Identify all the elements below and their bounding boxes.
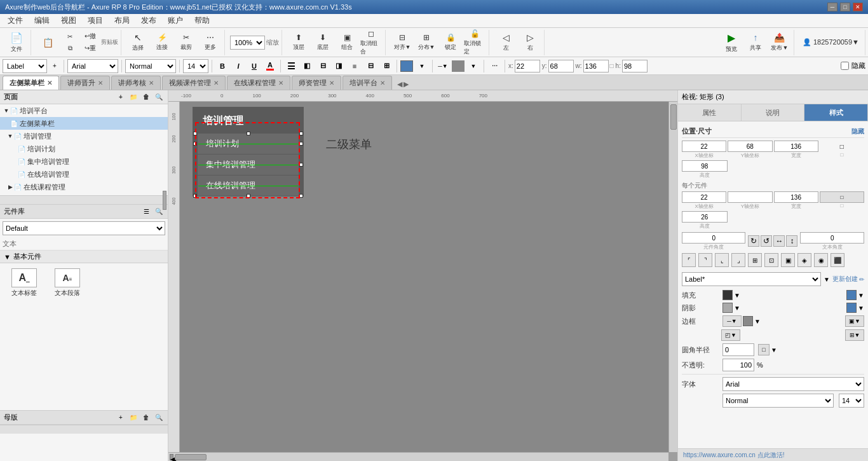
masters-search-icon[interactable]: 🔍 [154, 413, 164, 423]
per-h-input[interactable] [682, 211, 728, 223]
nav-item-training-plan[interactable]: 培训计划 [198, 134, 299, 154]
handle-tm-1[interactable] [247, 132, 250, 135]
tab-left-menu[interactable]: 左侧菜单栏 ✕ [3, 76, 59, 90]
w-value-input[interactable] [774, 141, 818, 152]
menu-layout[interactable]: 布局 [109, 14, 135, 27]
corner-radius-input[interactable] [722, 343, 754, 356]
tree-item-training-plan[interactable]: 📄 培训计划 [0, 142, 168, 155]
menu-project[interactable]: 项目 [83, 14, 108, 27]
bold-button[interactable]: B [215, 59, 229, 73]
move-left-button[interactable]: ◁ 左 [494, 31, 517, 54]
distribute-button[interactable]: ⊞ 分布▼ [415, 31, 438, 54]
flip-h-icon[interactable]: ↔ [773, 235, 785, 247]
group-button[interactable]: ▣ 组合 [336, 31, 358, 54]
h-value-input[interactable] [682, 160, 728, 172]
tab-training-platform[interactable]: 培训平台 ✕ [342, 76, 392, 90]
align-center-button[interactable]: ⊟ [316, 59, 330, 73]
preview-button[interactable]: ▶ 预览 [720, 31, 743, 54]
minimize-button[interactable]: ─ [827, 3, 837, 11]
maximize-button[interactable]: □ [840, 3, 850, 11]
align-ml-icon[interactable]: ⌟ [731, 253, 745, 267]
list-unordered-button[interactable]: ☰ [284, 59, 298, 73]
align-mr-icon[interactable]: ⊡ [764, 253, 778, 267]
border-corner-dropdown[interactable]: ◰▼ [721, 329, 740, 341]
handle-br-3[interactable] [299, 194, 303, 198]
share-button[interactable]: ↑ 共享 [744, 31, 767, 54]
angle-ccw-icon[interactable]: ↺ [761, 235, 772, 247]
account-button[interactable]: 👤 1825720059▼ [799, 31, 862, 54]
align-bl-icon[interactable]: ▣ [781, 253, 795, 267]
canvas-vscrollbar[interactable] [668, 102, 677, 452]
border-color-swatch[interactable] [743, 316, 753, 326]
border-more-button[interactable]: ▼ [466, 59, 480, 73]
tab-teacher-review[interactable]: 讲师考核 ✕ [111, 76, 161, 90]
tab-video-mgmt[interactable]: 视频课件管理 ✕ [162, 76, 226, 90]
align-tr-icon[interactable]: ⌞ [715, 253, 729, 267]
tree-item-training-mgmt[interactable]: ▼ 📄 培训管理 [0, 130, 168, 142]
page-nav-arrow-right[interactable]: ▶ [403, 80, 409, 88]
right-tab-properties[interactable]: 属性 [678, 104, 742, 121]
tree-item-centralized-training[interactable]: 📄 集中培训管理 [0, 155, 168, 168]
fill-gradient-swatch[interactable] [846, 290, 857, 300]
scroll-left-arrow[interactable]: ◀ [170, 454, 173, 460]
lock-button[interactable]: 🔒 锁定 [439, 31, 462, 54]
border-extra-dropdown[interactable]: ⊞▼ [845, 329, 864, 341]
align-br-icon[interactable]: ◉ [814, 253, 828, 267]
x-value-input[interactable] [682, 141, 726, 152]
zoom-select[interactable]: 100% 50% 75% 150% 200% [230, 36, 265, 50]
tree-item-training-platform[interactable]: ▼ 📄 培训平台 [0, 104, 168, 117]
handle-ml-1[interactable] [193, 142, 197, 146]
nav-item-centralized-training[interactable]: 集中培训管理 [198, 155, 299, 175]
masters-scrollbar[interactable] [0, 425, 168, 434]
align-mc-icon[interactable]: ⊞ [748, 253, 762, 267]
copy-button[interactable]: ⧉ [60, 43, 79, 54]
font-size-select-right[interactable]: 14 12 16 [839, 394, 864, 408]
x-input[interactable] [515, 60, 540, 72]
shadow-dropdown-icon[interactable]: ▼ [734, 305, 740, 312]
connect-button[interactable]: ⚡ 连接 [151, 31, 173, 54]
label-select[interactable]: Label* [682, 272, 821, 286]
angle-cw-icon[interactable]: ↻ [748, 235, 759, 247]
align-tc-icon[interactable]: ⌝ [698, 253, 712, 267]
components-menu-icon[interactable]: ☰ [141, 207, 151, 217]
corner-radius-shape-btn[interactable]: □ [758, 344, 770, 355]
align-left-button[interactable]: ◧ [300, 59, 314, 73]
top-button[interactable]: ⬆ 顶层 [287, 31, 310, 54]
align-more2-button[interactable]: ⊞ [379, 59, 393, 73]
menu-help[interactable]: 帮助 [189, 14, 215, 27]
corner-radius-dropdown-icon[interactable]: ▼ [771, 347, 777, 354]
masters-folder-icon[interactable]: 📁 [128, 413, 139, 423]
basic-components-category[interactable]: ▼ 基本元件 [0, 251, 168, 263]
italic-button[interactable]: I [231, 59, 245, 73]
unlock-button[interactable]: 🔓 取消锁定 [463, 31, 486, 54]
handle-bm-3[interactable] [247, 194, 250, 198]
page-nav-arrow-left[interactable]: ◀ [397, 80, 402, 88]
tab-video-mgmt-close[interactable]: ✕ [214, 79, 219, 86]
tree-item-online-training[interactable]: 📄 在线培训管理 [0, 168, 168, 181]
tab-teacher-promo[interactable]: 讲师晋升 ✕ [60, 76, 110, 90]
tab-training-platform-close[interactable]: ✕ [380, 79, 385, 86]
shadow-color-swatch[interactable] [722, 303, 733, 313]
components-dropdown[interactable]: Default [3, 221, 165, 235]
right-tab-style[interactable]: 样式 [804, 104, 868, 121]
handle-mr-1[interactable] [299, 142, 303, 146]
new-button[interactable]: 📄 文件 [5, 31, 28, 54]
shadow-extra-swatch[interactable] [846, 303, 857, 313]
tab-online-course[interactable]: 在线课程管理 ✕ [227, 76, 290, 90]
fill-color-swatch[interactable] [722, 290, 733, 300]
more-style-button[interactable]: ⋯ [487, 59, 501, 73]
close-button[interactable]: ✕ [853, 3, 863, 11]
font-select[interactable]: Arial [67, 59, 118, 73]
h-input[interactable] [622, 60, 648, 72]
align-extra1-icon[interactable]: ⬛ [831, 253, 844, 267]
align-justify-button[interactable]: ≡ [348, 59, 362, 73]
text-paragraph-item[interactable]: A≡ 文本段落 [48, 268, 86, 298]
publish-button[interactable]: 📤 发布▼ [768, 31, 791, 54]
align-bc-icon[interactable]: ◈ [797, 253, 811, 267]
y-input[interactable] [548, 60, 574, 72]
font-style-select[interactable]: Normal Bold Italic [125, 59, 176, 73]
tree-item-left-menu[interactable]: 📄 左侧菜单栏 [0, 117, 168, 130]
flip-v-icon[interactable]: ↕ [786, 235, 797, 247]
border-side-dropdown[interactable]: ▣▼ [845, 315, 864, 327]
dropdown-arrow-icon[interactable]: ▼ [824, 276, 830, 283]
